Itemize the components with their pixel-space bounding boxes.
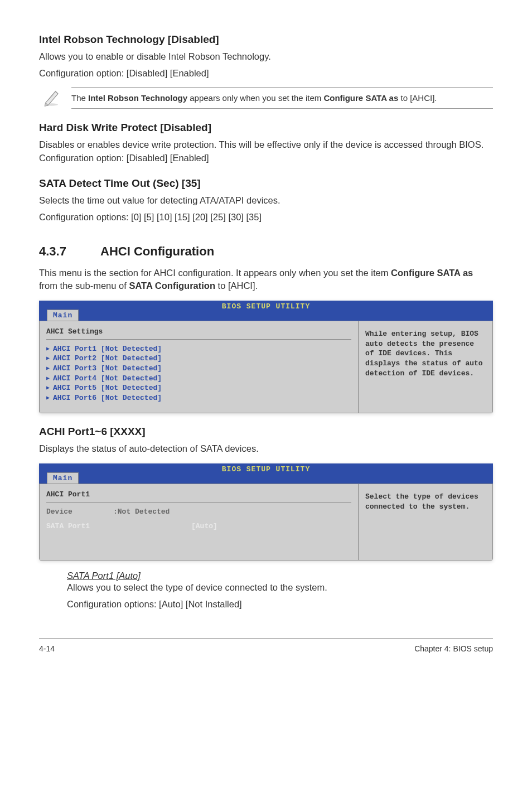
body-text: Configuration options: [Auto] [Not Insta…: [67, 598, 493, 611]
bios-device-row: Device:Not Detected: [46, 507, 351, 520]
bios-body: AHCI Settings AHCI Port1 [Not Detected] …: [39, 321, 493, 413]
bios-panel-title: AHCI Port1: [46, 490, 351, 503]
section-number: 4.3.7: [39, 244, 100, 259]
bios-option-label: SATA Port1: [46, 521, 191, 532]
text-bold: Configure SATA as: [391, 268, 473, 278]
bios-window-ahci-port1: BIOS SETUP UTILITY Main AHCI Port1 Devic…: [39, 463, 493, 561]
bios-option-row[interactable]: SATA Port1[Auto]: [46, 520, 351, 533]
bios-option-value: [Auto]: [191, 522, 217, 530]
page-footer: 4-14 Chapter 4: BIOS setup: [39, 638, 493, 653]
bios-title: BIOS SETUP UTILITY: [222, 302, 310, 311]
body-text: Allows you to select the type of device …: [67, 581, 493, 595]
heading-achi-port: ACHI Port1~6 [XXXX]: [39, 426, 493, 438]
sub-heading-sata-port1: SATA Port1 [Auto]: [67, 571, 493, 581]
bios-body: AHCI Port1 Device:Not Detected SATA Port…: [39, 484, 493, 561]
body-text: Allows you to enable or disable Intel Ro…: [39, 50, 493, 64]
text-bold: Intel Robson Technology: [88, 93, 187, 103]
bios-tab-main[interactable]: Main: [47, 472, 79, 484]
text-bold: SATA Configuration: [129, 281, 215, 291]
text: from the sub-menu of: [39, 281, 129, 291]
pencil-note-icon: [41, 87, 61, 109]
body-text: Configuration option: [Disabled] [Enable…: [39, 67, 493, 80]
bios-window-ahci-settings: BIOS SETUP UTILITY Main AHCI Settings AH…: [39, 301, 493, 413]
bios-titlebar: BIOS SETUP UTILITY Main: [39, 301, 493, 321]
bios-menu-item[interactable]: AHCI Port5 [Not Detected]: [46, 383, 351, 393]
bios-menu-item[interactable]: AHCI Port6 [Not Detected]: [46, 393, 351, 403]
section-title: AHCI Configuration: [100, 244, 214, 258]
note-block: The Intel Robson Technology appears only…: [39, 87, 493, 109]
body-text: Displays the status of auto-detection of…: [39, 442, 493, 456]
bios-menu-item[interactable]: AHCI Port1 [Not Detected]: [46, 344, 351, 354]
note-text: The Intel Robson Technology appears only…: [71, 87, 493, 109]
body-text: This menu is the section for AHCI config…: [39, 267, 493, 293]
body-text: Configuration options: [0] [5] [10] [15]…: [39, 211, 493, 224]
bios-menu-item[interactable]: AHCI Port3 [Not Detected]: [46, 364, 351, 374]
bios-label: Device: [46, 507, 113, 517]
body-text: Disables or enables device write protect…: [39, 138, 493, 165]
subsection-heading-ahci-config: 4.3.7AHCI Configuration: [39, 244, 493, 259]
indent-block: SATA Port1 [Auto] Allows you to select t…: [67, 571, 493, 611]
text: This menu is the section for AHCI config…: [39, 268, 391, 278]
body-text: Selects the time out value for detecting…: [39, 194, 493, 207]
bios-value: :Not Detected: [113, 508, 170, 516]
page-number: 4-14: [39, 644, 55, 653]
text: to [AHCI].: [398, 93, 437, 103]
bios-panel-title: AHCI Settings: [46, 327, 351, 340]
heading-sata-detect-timeout: SATA Detect Time Out (Sec) [35]: [39, 177, 493, 190]
bios-tab-main[interactable]: Main: [47, 310, 79, 321]
bios-menu-item[interactable]: AHCI Port2 [Not Detected]: [46, 354, 351, 364]
bios-left-panel: AHCI Port1 Device:Not Detected SATA Port…: [40, 484, 359, 560]
bios-left-panel: AHCI Settings AHCI Port1 [Not Detected] …: [40, 321, 359, 413]
heading-hard-disk-write-protect: Hard Disk Write Protect [Disabled]: [39, 122, 493, 134]
chapter-label: Chapter 4: BIOS setup: [414, 644, 493, 653]
text: appears only when you set the item: [187, 93, 323, 103]
text-bold: Configure SATA as: [323, 93, 398, 103]
bios-title: BIOS SETUP UTILITY: [222, 465, 310, 474]
heading-intel-robson: Intel Robson Technology [Disabled]: [39, 33, 493, 46]
bios-titlebar: BIOS SETUP UTILITY Main: [39, 463, 493, 484]
text: The: [71, 93, 88, 103]
text: to [AHCI].: [215, 281, 258, 291]
bios-help-panel: While entering setup, BIOS auto detects …: [359, 321, 492, 413]
bios-help-panel: Select the type of devices connected to …: [359, 484, 492, 560]
bios-menu-item[interactable]: AHCI Port4 [Not Detected]: [46, 374, 351, 384]
